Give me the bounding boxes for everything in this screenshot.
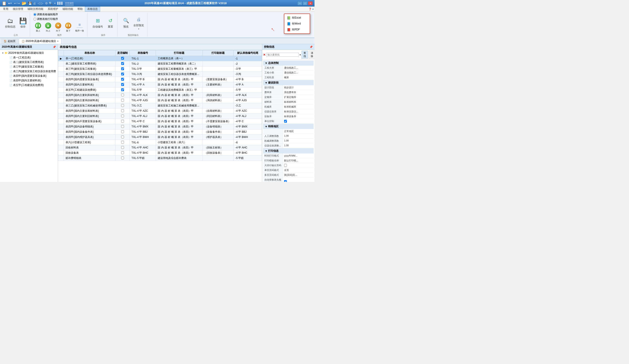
auto-number-button[interactable]: ⊞ 自动编号	[91, 16, 105, 29]
tree-item-t4b[interactable]: 📄 表四甲(国内主要材料表)	[1, 78, 57, 83]
row-enabled-checkbox[interactable]	[121, 67, 124, 70]
export-excel-button[interactable]: 📗 转Excel	[284, 15, 310, 21]
row-enabled-checkbox[interactable]	[121, 83, 124, 86]
row-enabled-cell[interactable]	[116, 88, 130, 93]
row-name-cell[interactable]: 表四甲(国内主要利库材料表)	[64, 93, 116, 98]
tree-item-t3c[interactable]: 📄 表三丙(建筑安装工程仪器仪表使用费	[1, 69, 57, 74]
row-enabled-cell[interactable]	[116, 109, 130, 114]
tab-close-icon[interactable]: ✕	[57, 40, 59, 42]
row-enabled-checkbox[interactable]	[121, 62, 124, 65]
row-enabled-cell[interactable]	[116, 77, 130, 82]
radio-print-order[interactable]: 调整表格打印顺序	[33, 17, 58, 21]
row-enabled-cell[interactable]	[116, 98, 130, 103]
menu-item-system[interactable]: 系统维护	[45, 7, 60, 11]
row-name-cell[interactable]: 表三甲(建筑安装工程量表)	[64, 66, 116, 72]
row-enabled-cell[interactable]	[116, 103, 130, 109]
row-name-cell[interactable]: 回收设备表	[64, 150, 116, 156]
search-close-icon[interactable]: ✕	[263, 53, 266, 56]
row-name-cell[interactable]: 表五甲(工程建设其他费表)	[64, 88, 116, 93]
clear-button[interactable]: 清除	[309, 51, 314, 59]
tree-item-t1[interactable]: 📄 表一(工程总表)	[1, 55, 57, 60]
tree-item-root[interactable]: ▼ 📁 2020年钦州高速4G新建站项目	[1, 51, 57, 55]
right-panel-pin[interactable]: 📌	[310, 45, 313, 49]
tree-expand-root[interactable]: ▼	[2, 52, 4, 54]
tree-item-t5a[interactable]: 📄 表五甲(工程建设其他费用)	[1, 83, 57, 88]
row-enabled-cell[interactable]	[116, 56, 130, 61]
prop-section-header[interactable]: ▼ 打印信息	[263, 148, 314, 153]
row-name-cell[interactable]: 表三乙(建筑安装工程机械使用费表)	[64, 103, 116, 109]
move-up-button[interactable]: ▲ 向上	[43, 22, 53, 33]
row-enabled-cell[interactable]	[116, 93, 130, 98]
pin-button[interactable]: 📌	[53, 45, 56, 49]
row-name-cell[interactable]: 表四甲(国内主要材料表)	[64, 82, 116, 88]
all-preview-button[interactable]: 🖨 全部预览 ▾	[132, 15, 146, 31]
move-top-button[interactable]: ⬆⬆ 最上	[33, 22, 43, 33]
row-enabled-checkbox[interactable]	[121, 88, 124, 91]
row-name-cell[interactable]: 表一(工程总表)	[64, 56, 116, 61]
row-enabled-checkbox[interactable]	[121, 78, 124, 81]
menu-item-help[interactable]: 帮助	[75, 7, 85, 11]
row-enabled-cell[interactable]	[116, 124, 130, 129]
row-enabled-checkbox[interactable]	[121, 120, 124, 123]
row-name-cell[interactable]: 表二(建筑安装工程费用表)	[64, 61, 116, 66]
row-name-cell[interactable]: 表四甲(国内不需要安装设备表)	[64, 119, 116, 124]
order-consistent-button[interactable]: ≡ ───── 顺序一致	[74, 22, 86, 33]
prop-checkbox[interactable]	[284, 120, 287, 123]
maximize-button[interactable]: □	[303, 1, 308, 5]
minimize-button[interactable]: ─	[298, 1, 302, 5]
search-input[interactable]	[266, 53, 299, 57]
radio-edit-order[interactable]: 调整表格编辑顺序	[33, 13, 58, 16]
row-enabled-cell[interactable]	[116, 156, 130, 161]
row-enabled-checkbox[interactable]	[121, 115, 124, 118]
row-enabled-checkbox[interactable]	[121, 73, 124, 75]
move-down-button[interactable]: ▼ 向下	[54, 22, 63, 33]
prop-section-header[interactable]: ▼ 建设阶段	[263, 80, 314, 85]
reset-button[interactable]: ↺ 重置	[105, 16, 116, 29]
menu-item-docs[interactable]: 辅助文档功能	[25, 7, 45, 11]
row-enabled-cell[interactable]	[116, 129, 130, 135]
tree-item-t2[interactable]: 📄 表二(建筑安装工程费用表)	[1, 60, 57, 65]
row-enabled-checkbox[interactable]	[121, 104, 124, 107]
menu-item-project[interactable]: 项目管理	[10, 7, 25, 11]
prop-checkbox[interactable]	[284, 180, 287, 182]
tree-item-t4a[interactable]: 📄 表四甲(国内需要安装设备表)	[1, 74, 57, 78]
prop-section-header[interactable]: ▼ 特殊地区	[263, 124, 314, 129]
row-name-cell[interactable]: 表四甲(国内设备备件表)	[64, 129, 116, 135]
row-name-cell[interactable]: 表三丙(建筑安装工程仪器仪表使用费表)	[64, 72, 116, 77]
search-dropdown-icon[interactable]: ▾	[300, 54, 301, 56]
tree-item-t3a[interactable]: 📄 表三甲(建筑安装工程量表)	[1, 65, 57, 69]
row-enabled-checkbox[interactable]	[121, 57, 124, 60]
row-enabled-cell[interactable]	[116, 119, 130, 124]
row-enabled-checkbox[interactable]	[121, 135, 124, 138]
row-enabled-cell[interactable]	[116, 114, 130, 119]
prop-section-header[interactable]: ▼ 总体控制	[263, 61, 314, 66]
tab-project[interactable]: 📋 2020年高速4G新建站项目 ✕	[19, 38, 61, 44]
tab-home[interactable]: 🏠 起始页	[1, 38, 18, 44]
row-name-cell[interactable]: 赔补费明细表	[64, 156, 116, 161]
row-enabled-checkbox[interactable]	[121, 109, 124, 112]
close-button[interactable]: ✕	[308, 1, 313, 5]
row-enabled-checkbox[interactable]	[121, 151, 124, 154]
export-pdf-button[interactable]: 📕 转PDF	[284, 27, 310, 33]
preview-button[interactable]: 🔍 预览	[121, 16, 131, 29]
row-enabled-cell[interactable]	[116, 150, 130, 156]
row-enabled-cell[interactable]	[116, 82, 130, 88]
control-info-button[interactable]: 🗂 控制信息	[3, 16, 17, 29]
row-name-cell[interactable]: 表六(小型建设工程表)	[64, 140, 116, 145]
prop-checkbox[interactable]	[284, 164, 287, 167]
row-name-cell[interactable]: 回收材料表	[64, 145, 116, 150]
find-button[interactable]: 查找	[302, 51, 308, 59]
row-enabled-checkbox[interactable]	[121, 94, 124, 96]
row-enabled-checkbox[interactable]	[121, 130, 124, 133]
row-name-cell[interactable]: 表四甲(国内主要自筹材料表)	[64, 109, 116, 114]
row-enabled-cell[interactable]	[116, 66, 130, 72]
row-enabled-checkbox[interactable]	[121, 156, 124, 159]
row-name-cell[interactable]: 表四甲(国内主要利旧材料表)	[64, 114, 116, 119]
row-name-cell[interactable]: 表四甲(国内设备明细表)	[64, 124, 116, 129]
menu-item-tools[interactable]: 辅助功能	[60, 7, 75, 11]
menu-item-changyong[interactable]: 常用	[1, 7, 10, 11]
row-enabled-cell[interactable]	[116, 145, 130, 150]
row-enabled-cell[interactable]	[116, 135, 130, 140]
prop-checkbox-cell[interactable]	[283, 178, 288, 182]
row-enabled-cell[interactable]	[116, 140, 130, 145]
